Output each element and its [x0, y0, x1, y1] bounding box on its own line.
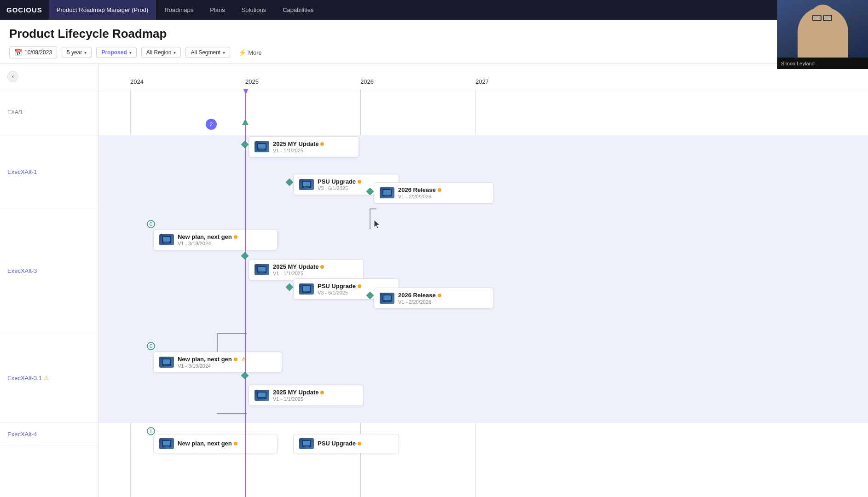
card-new-plan-execxalt3[interactable]: New plan, next gen V1 - 3/19/2024	[153, 229, 278, 250]
more-button[interactable]: ⚡ More	[235, 47, 266, 58]
card-title: PSU Upgrade	[318, 283, 361, 289]
card-content: PSU Upgrade V3 - 6/1/2025	[318, 283, 361, 295]
card-subtitle: V3 - 6/1/2025	[318, 185, 361, 191]
status-dot	[438, 188, 441, 192]
region-filter[interactable]: All Region ▾	[141, 47, 181, 58]
glasses	[812, 15, 832, 21]
more-label: More	[248, 49, 262, 56]
svg-rect-29	[164, 446, 169, 447]
card-title: New plan, next gen ⚠	[178, 356, 246, 363]
sidebar-item-exa1: EXA/1	[0, 89, 98, 135]
timeframe-value: 5 year	[67, 49, 82, 56]
card-icon	[380, 293, 394, 304]
segment-value: All Segment	[191, 49, 220, 56]
app-title: Product Roadmap Manager (Prod)	[49, 0, 156, 20]
card-icon	[255, 390, 269, 401]
milestone-top	[242, 119, 249, 125]
card-title: New plan, next gen	[178, 440, 237, 447]
card-2026-release-execxalt3[interactable]: 2026 Release V1 - 2/20/2026	[374, 288, 493, 309]
card-2025-my-update-exa1[interactable]: 2025 MY Update V1 - 1/1/2025	[249, 136, 359, 157]
card-new-plan-execxalt4[interactable]: New plan, next gen	[153, 434, 278, 453]
card-title: PSU Upgrade	[318, 178, 361, 185]
card-title: 2025 MY Update	[273, 263, 324, 270]
timeline-main: 2024 2025 2026 2027 2	[99, 64, 868, 497]
card-subtitle: V1 - 1/1/2025	[273, 271, 324, 276]
card-2025-my-update-execxalt3[interactable]: 2025 MY Update V1 - 1/1/2025	[249, 259, 364, 280]
timeframe-filter[interactable]: 5 year ▾	[62, 47, 92, 58]
c-badge-execxalt3: C	[147, 220, 155, 228]
svg-rect-32	[304, 446, 309, 447]
nav-solutions[interactable]: Solutions	[233, 0, 274, 20]
video-person	[777, 0, 868, 58]
card-icon	[159, 438, 174, 449]
sidebar-header: ‹	[0, 64, 98, 89]
card-title: PSU Upgrade	[318, 440, 361, 447]
svg-rect-22	[163, 359, 170, 364]
svg-rect-4	[303, 182, 310, 186]
svg-rect-7	[383, 190, 391, 195]
bracket-31-h	[217, 333, 247, 334]
svg-rect-14	[259, 272, 265, 273]
status-dot	[320, 142, 324, 146]
card-icon	[299, 283, 314, 295]
row-bg-execxalt31	[99, 333, 868, 423]
filter-icon: ⚡	[238, 49, 246, 56]
nav-plans[interactable]: Plans	[202, 0, 233, 20]
card-psu-upgrade-execxalt4[interactable]: PSU Upgrade	[293, 434, 399, 453]
card-new-plan-execxalt31[interactable]: New plan, next gen ⚠ V1 - 3/19/2024	[153, 352, 282, 373]
page-header: Product Lifecycle Roadmap	[0, 20, 868, 41]
card-title: 2026 Release	[398, 186, 441, 193]
card-2025-my-update-execxalt31[interactable]: 2025 MY Update V1 - 1/1/2025	[249, 385, 364, 406]
video-name: Simon Leyland	[777, 58, 868, 69]
card-icon	[159, 234, 174, 245]
card-icon	[255, 264, 269, 275]
card-title: 2025 MY Update	[273, 389, 324, 396]
status-filter[interactable]: Proposed ▾	[96, 47, 136, 58]
card-content: 2026 Release V1 - 2/20/2026	[398, 186, 441, 199]
row-bg-execxalt3	[99, 209, 868, 333]
segment-filter[interactable]: All Segment ▾	[185, 47, 230, 58]
status-dot	[438, 294, 441, 297]
svg-rect-10	[163, 237, 170, 242]
svg-rect-17	[304, 291, 309, 292]
status-value: Proposed	[101, 49, 127, 56]
status-dot	[320, 391, 324, 394]
year-2027: 2027	[475, 78, 489, 85]
card-content: New plan, next gen	[178, 440, 237, 447]
card-2026-release-execxalt1[interactable]: 2026 Release V1 - 2/20/2026	[374, 182, 493, 203]
card-subtitle: V1 - 3/19/2024	[178, 363, 246, 369]
timeline-container: ‹ EXA/1 ExecXAlt-1 ExecXAlt-3 ExecXAlt-3…	[0, 63, 868, 497]
card-subtitle: V1 - 2/20/2026	[398, 299, 441, 305]
sidebar-item-execxalt3: ExecXAlt-3	[0, 209, 98, 333]
nav-items: Roadmaps Plans Solutions Capabilities	[156, 0, 322, 20]
execxalt3-label: ExecXAlt-3	[7, 267, 37, 274]
warning-icon: ⚠	[44, 375, 49, 381]
card-subtitle: V1 - 3/19/2024	[178, 241, 237, 246]
nav-roadmaps[interactable]: Roadmaps	[156, 0, 202, 20]
card-content: PSU Upgrade V3 - 6/1/2025	[318, 178, 361, 191]
card-subtitle: V1 - 1/1/2025	[273, 148, 324, 153]
card-subtitle: V1 - 2/20/2026	[398, 194, 441, 199]
card-icon	[299, 438, 314, 449]
svg-rect-16	[303, 286, 310, 291]
svg-rect-19	[383, 295, 391, 300]
card-content: PSU Upgrade	[318, 440, 361, 447]
svg-rect-1	[258, 144, 266, 149]
execxalt4-label: ExecXAlt-4	[7, 431, 37, 438]
calendar-icon: 📅	[14, 49, 22, 56]
region-value: All Region	[146, 49, 172, 56]
card-title: New plan, next gen	[178, 233, 237, 240]
date-value: 10/08/2023	[24, 49, 52, 56]
chevron-down-icon: ▾	[129, 50, 132, 55]
card-content: 2026 Release V1 - 2/20/2026	[398, 292, 441, 305]
svg-rect-2	[259, 149, 265, 150]
card-title: 2025 MY Update	[273, 140, 324, 147]
collapse-button[interactable]: ‹	[7, 71, 18, 82]
date-filter[interactable]: 📅 10/08/2023	[9, 46, 57, 58]
svg-rect-11	[164, 242, 169, 243]
status-dot	[234, 442, 237, 445]
card-title: 2026 Release	[398, 292, 441, 299]
nav-capabilities[interactable]: Capabilities	[274, 0, 322, 20]
filter-bar: 📅 10/08/2023 5 year ▾ Proposed ▾ All Reg…	[0, 46, 868, 63]
card-subtitle: V1 - 1/1/2025	[273, 396, 324, 402]
